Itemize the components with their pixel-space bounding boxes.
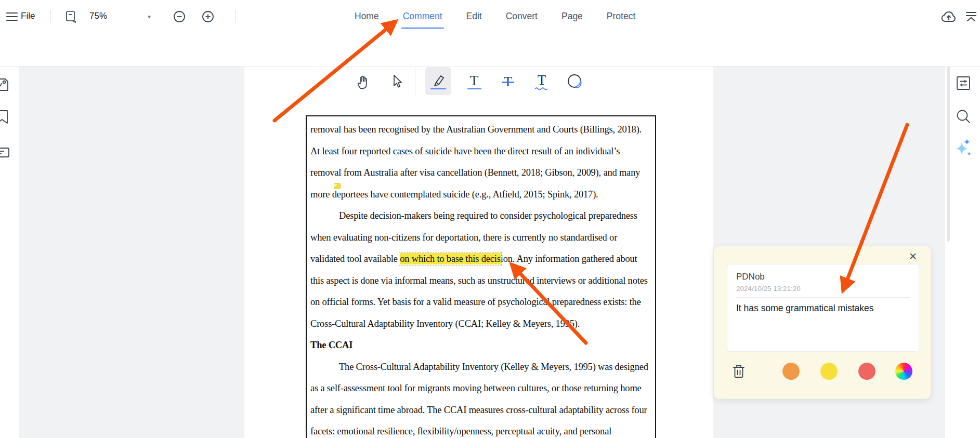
note-color-swatch-2[interactable] [820,363,838,380]
zoom-dropdown-caret-icon[interactable]: ▾ [146,14,153,20]
scrollbar-thumb[interactable] [947,67,950,242]
document-line: removal from Australia after visa cancel… [310,162,651,184]
ai-assistant-icon[interactable] [955,138,972,155]
toolbar: File 75% ▾ HomeCommentEditConvertPagePro… [0,0,980,67]
strikethrough-tool-button[interactable]: T [496,68,519,95]
squiggly-icon: T [538,73,546,87]
note-color-swatch-1[interactable] [782,363,800,380]
divider [235,10,236,23]
note-color-swatch-3[interactable] [858,363,876,380]
trash-icon[interactable] [731,363,747,380]
document-text-run: validated tool available [310,254,400,264]
zoom-in-button[interactable] [202,10,214,23]
document-line: this aspect is done via informal means, … [310,270,651,292]
left-sidebar [0,67,19,438]
document-line: At least four reported cases of suicide … [310,141,651,163]
pdf-page: removal has been recognised by the Austr… [244,67,713,438]
properties-panel-icon[interactable] [955,75,972,91]
note-color-swatches [782,363,876,380]
collapse-toolbar-icon[interactable] [964,10,978,23]
zoom-out-button[interactable] [173,10,186,23]
hamburger-menu-icon[interactable] [5,10,19,23]
document-line: facets: emotional resilience, flexibilit… [310,421,651,438]
cloud-upload-icon[interactable] [940,9,958,24]
note-author: PDNob [736,272,910,282]
document-line: more deportees have contemplated suicide… [310,184,651,206]
document-line: validated tool available on which to bas… [310,248,651,270]
note-card: PDNob 2024/10/25 13:21:20 It has some gr… [727,264,919,352]
search-icon[interactable] [955,108,972,125]
highlight-annotation[interactable]: on which to base this decis [400,253,500,264]
tab-protect[interactable]: Protect [607,0,635,32]
pdf-editor-app: File 75% ▾ HomeCommentEditConvertPagePro… [0,0,980,438]
document-text-run: ion. Any information gathered about [501,254,637,264]
underline-icon: T [470,74,479,87]
document-text: removal has been recognised by the Austr… [306,115,656,438]
note-actions [714,363,931,380]
pencil-circle-icon [567,73,584,90]
select-cursor-tool-button[interactable] [388,68,406,95]
page-fit-icon[interactable] [64,10,78,23]
document-line: removal has been recognised by the Austr… [310,119,651,141]
highlight-tool-button[interactable] [425,67,451,95]
document-line: The Cross-Cultural Adaptability Inventor… [310,356,651,378]
squiggly-underline-tool-button[interactable]: T [530,68,553,95]
page-thumbnails-icon[interactable] [0,76,11,94]
document-line: as a self-assessment tool for migrants m… [310,378,651,400]
note-timestamp: 2024/10/25 13:21:20 [736,285,910,298]
hand-tool-button[interactable] [354,68,372,95]
annotation-list-icon[interactable] [0,143,11,161]
tab-convert[interactable]: Convert [506,0,538,32]
divider [415,69,415,95]
tab-page[interactable]: Page [561,0,583,32]
sticky-note-popup: ✕ PDNob 2024/10/25 13:21:20 It has some … [714,246,931,399]
tab-home[interactable]: Home [355,0,379,32]
document-line: Cross-Cultural Adaptability Inventory (C… [310,313,651,335]
bookmarks-icon[interactable] [0,108,11,126]
note-comment-text[interactable]: It has some grammatical mistakes [736,303,910,314]
tab-edit[interactable]: Edit [466,0,482,32]
zoom-level-value[interactable]: 75% [89,0,107,32]
tab-comment[interactable]: Comment [403,0,442,32]
nav-tabs: HomeCommentEditConvertPageProtect [355,0,635,32]
document-line: when evaluating non-citizens for deporta… [310,227,651,249]
close-icon[interactable]: ✕ [909,250,917,262]
workspace: removal has been recognised by the Austr… [0,67,980,438]
document-line: on official forms. Yet basis for a valid… [310,291,651,313]
right-sidebar [945,67,980,438]
sticky-note-marker-icon[interactable] [334,183,341,189]
pencil-circle-tool-button[interactable] [564,68,587,95]
highlighter-icon [430,73,446,87]
note-color-picker[interactable] [895,363,912,380]
document-line: Despite decision-makers being required t… [310,205,651,227]
document-line: The CCAI [310,335,651,356]
main-toolbar-row: File 75% ▾ HomeCommentEditConvertPagePro… [0,0,980,32]
underline-tool-button[interactable]: T [463,68,486,95]
document-line: after a significant time abroad. The CCA… [310,400,651,421]
annotation-toolbar: T T T [0,32,980,67]
file-menu-button[interactable]: File [21,0,35,32]
divider [50,10,51,23]
